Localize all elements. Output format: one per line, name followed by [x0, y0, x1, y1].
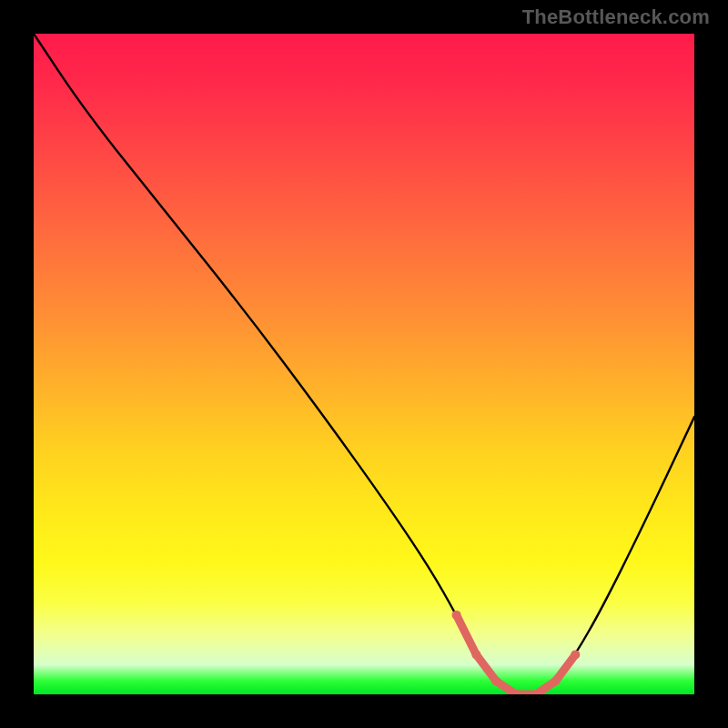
valley-dot	[571, 650, 580, 659]
curve-path	[34, 34, 694, 694]
valley-dot	[452, 611, 461, 620]
valley-dot	[471, 650, 480, 659]
chart-frame: TheBottleneck.com	[0, 0, 728, 728]
plot-area	[34, 34, 694, 694]
watermark-text: TheBottleneck.com	[522, 5, 710, 29]
valley-dot	[491, 677, 500, 686]
valley-highlight	[452, 611, 581, 694]
bottleneck-curve	[34, 34, 694, 694]
valley-dot	[551, 677, 561, 686]
